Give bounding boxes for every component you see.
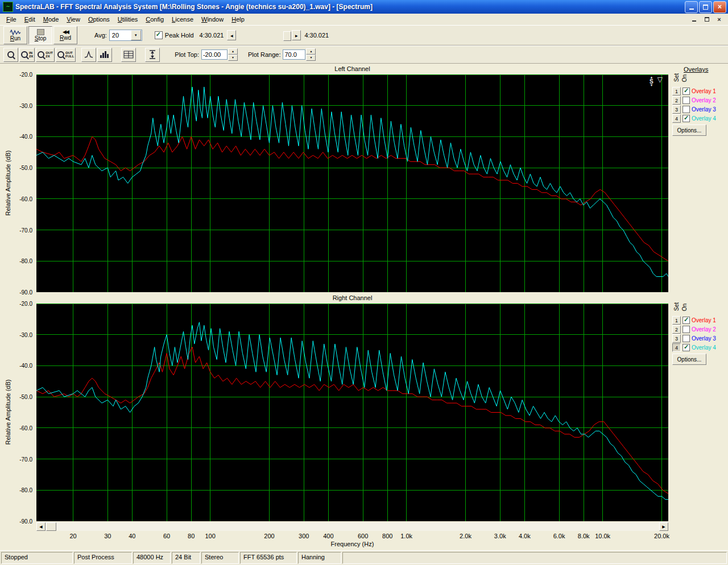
position-slider[interactable] (237, 31, 291, 40)
run-button[interactable]: Run (3, 26, 27, 44)
spin-down-icon[interactable]: ▼ (306, 55, 316, 61)
magnifier-icon (38, 51, 44, 58)
x-tick-label: 800 (382, 533, 392, 539)
peak-hold-checkbox[interactable] (155, 31, 163, 39)
y-tick-label: -80.0 (0, 487, 32, 493)
overlay-4-set-button[interactable]: 4 (672, 343, 681, 352)
close-icon: × (717, 16, 721, 23)
menu-utilities[interactable]: Utilities (114, 15, 142, 24)
trace-overlay-4 (36, 322, 668, 500)
overlay-1-label: Overlay 1 (692, 317, 716, 323)
chevron-down-icon[interactable]: ▼ (131, 30, 141, 40)
transport-toolbar: Run Stop ◀◀ Rwd Avg: 20 ▼ Peak Hold 4:30… (0, 25, 728, 45)
spectrum-workspace: Left Channel Relative Amplitude (dB) -20… (0, 64, 728, 550)
y-tick-label: -40.0 (0, 134, 32, 140)
plot-range-input[interactable] (283, 49, 305, 60)
on-column-label: On (681, 304, 688, 311)
mdi-restore-button[interactable] (701, 15, 712, 24)
menu-license[interactable]: License (168, 15, 197, 24)
zoom-out-2x-button[interactable]: OUT2X (36, 48, 55, 62)
spectrum-bars-button[interactable] (97, 48, 112, 62)
overlay-3-checkbox[interactable] (682, 335, 690, 342)
position-left-arrow-button[interactable]: ◀ (227, 30, 236, 40)
menu-window[interactable]: Window (197, 15, 228, 24)
left-channel-plot[interactable] (36, 74, 668, 292)
window-title: SpectraLAB - FFT Spectral Analysis Syste… (15, 3, 684, 11)
avg-value: 20 (110, 32, 130, 39)
plot-toolbar: IN2X OUT2X OUTFULL Plot Top: ▲ ▼ Plot Ra… (0, 45, 728, 64)
marker-cursor-icon[interactable]: ▽ (657, 76, 663, 83)
overlay-2-label: Overlay 2 (692, 97, 716, 103)
scroll-left-button[interactable]: ◀ (36, 522, 46, 531)
overlay-2-checkbox[interactable] (682, 97, 690, 104)
menu-config[interactable]: Config (142, 15, 168, 24)
overlay-1-set-button[interactable]: 1 (672, 316, 681, 325)
menu-bar: File Edit Mode View Options Utilities Co… (0, 14, 728, 25)
overlay-4-set-button[interactable]: 4 (672, 114, 681, 123)
overlay-3-checkbox[interactable] (682, 106, 690, 113)
mdi-window-controls: × (689, 15, 728, 24)
peak-curve-button[interactable] (81, 48, 96, 62)
minimize-icon (692, 17, 696, 22)
plot-top-input[interactable] (201, 49, 228, 60)
right-channel-title: Right Channel (36, 294, 668, 301)
zoom-button[interactable] (3, 48, 18, 62)
rewind-button[interactable]: ◀◀ Rwd (53, 26, 77, 44)
avg-label: Avg: (94, 32, 107, 39)
overlay-1-set-button[interactable]: 1 (672, 87, 681, 95)
magnifier-icon (57, 51, 64, 58)
y-tick-label: -30.0 (0, 103, 32, 109)
overlay-3-set-button[interactable]: 3 (672, 105, 681, 114)
overlay-row: 3 Overlay 3 (672, 105, 716, 114)
spin-down-icon[interactable]: ▼ (228, 55, 238, 61)
overlay-row: 1 Overlay 1 (672, 87, 716, 95)
restore-button[interactable] (699, 1, 712, 13)
menu-file[interactable]: File (2, 15, 20, 24)
overlay-2-set-button[interactable]: 2 (672, 325, 681, 334)
overlay-row: 3 Overlay 3 (672, 334, 716, 343)
overlay-2-checkbox[interactable] (682, 326, 690, 333)
overlay-row: 1 Overlay 1 (672, 316, 716, 325)
overlay-options-button-bottom[interactable]: Options... (672, 354, 706, 365)
scrollbar-thumb[interactable] (46, 522, 56, 531)
menu-edit[interactable]: Edit (20, 15, 39, 24)
close-button[interactable]: × (713, 1, 726, 13)
overlay-2-set-button[interactable]: 2 (672, 96, 681, 105)
scale-cursor-icon[interactable]: ▲S▼ (650, 76, 653, 87)
x-tick-label: 20 (69, 533, 76, 539)
scroll-right-button[interactable]: ▶ (659, 522, 668, 531)
overlay-3-set-button[interactable]: 3 (672, 334, 681, 343)
right-channel-plot[interactable] (36, 304, 668, 521)
set-column-label: Set (673, 302, 680, 311)
menu-options[interactable]: Options (84, 15, 114, 24)
display-grid-button[interactable] (121, 48, 136, 62)
minimize-button[interactable] (685, 1, 698, 13)
overlay-options-button-top[interactable]: Options... (672, 124, 706, 136)
magnifier-icon (21, 51, 28, 58)
status-bit-depth: 24 Bit (172, 552, 200, 564)
zoom-out-full-button[interactable]: OUTFULL (56, 48, 76, 62)
y-tick-label: -40.0 (0, 363, 32, 369)
x-tick-label: 20.0k (654, 533, 669, 539)
menu-view[interactable]: View (63, 15, 84, 24)
avg-dropdown[interactable]: 20 ▼ (109, 30, 142, 41)
overlay-4-checkbox[interactable] (682, 115, 690, 122)
menu-help[interactable]: Help (228, 15, 249, 24)
mdi-close-button[interactable]: × (714, 15, 725, 24)
y-axis-ticks: -20.0-30.0-40.0-50.0-60.0-70.0-80.0-90.0 (0, 304, 34, 521)
overlay-1-checkbox[interactable] (682, 88, 690, 95)
overlay-4-checkbox[interactable] (682, 344, 690, 351)
spin-up-icon[interactable]: ▲ (306, 48, 316, 55)
peak-curve-icon (84, 51, 93, 59)
position-right-arrow-button[interactable]: ▶ (292, 30, 301, 40)
overlay-1-checkbox[interactable] (682, 317, 690, 324)
frequency-scrollbar[interactable]: ◀ ▶ (36, 522, 668, 531)
spin-up-icon[interactable]: ▲ (228, 48, 238, 55)
vertical-scale-button[interactable] (145, 48, 160, 62)
trace-overlay-4 (36, 87, 668, 277)
position-slider-thumb[interactable] (283, 31, 291, 41)
mdi-minimize-button[interactable] (689, 15, 700, 24)
zoom-in-2x-button[interactable]: IN2X (19, 48, 35, 62)
stop-button[interactable]: Stop (28, 26, 52, 44)
menu-mode[interactable]: Mode (39, 15, 63, 24)
